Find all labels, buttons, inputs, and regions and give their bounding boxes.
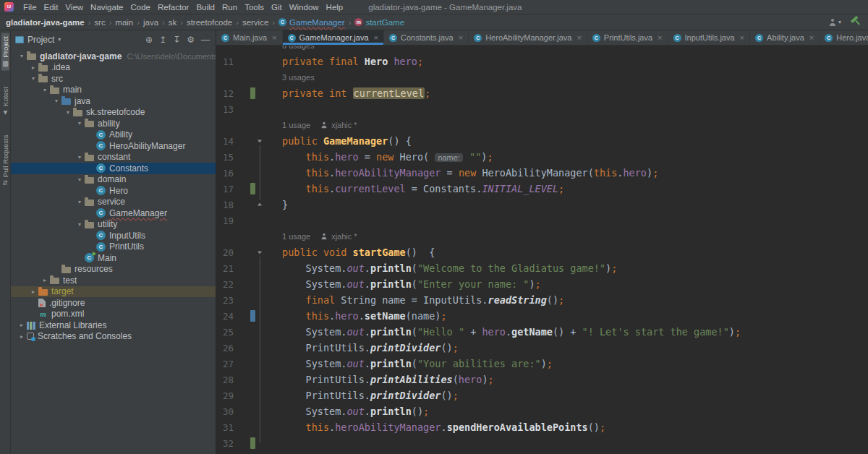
usages-inlay[interactable]: 6 usages	[216, 46, 868, 53]
chevron-down-icon[interactable]: ▾	[63, 109, 73, 116]
breadcrumb-item-gladiator-java-game[interactable]: gladiator-java-game	[6, 18, 85, 27]
breadcrumb-item-gamemanager[interactable]: CGameManager	[278, 18, 345, 27]
tab-inpututils-java[interactable]: CInputUtils.java×	[668, 30, 751, 45]
code-line[interactable]: this.heroAbilityManager.spendHeroAvailab…	[282, 421, 605, 433]
code-line[interactable]: PrintUtils.printAbilities(hero);	[282, 374, 494, 385]
tree-item-scratches-and-consoles[interactable]: ▸Scratches and Consoles	[11, 331, 216, 343]
build-button[interactable]	[851, 17, 861, 27]
tree-item-utility[interactable]: ▾utility	[11, 219, 216, 231]
code-line[interactable]: System.out.println("Hello " + hero.getNa…	[282, 326, 741, 338]
close-icon[interactable]: ×	[740, 33, 744, 42]
tree-item-heroabilitymanager[interactable]: CHeroAbilityManager	[11, 140, 216, 152]
menu-git[interactable]: Git	[268, 3, 286, 12]
code-line[interactable]: System.out.println("Enter your name: ");	[282, 278, 541, 290]
tree-item-service[interactable]: ▾service	[11, 197, 216, 208]
breadcrumb-item-main[interactable]: main	[115, 18, 133, 27]
expand-all-icon[interactable]: ↥	[159, 35, 166, 44]
code-line[interactable]: private int currentLevel;	[282, 87, 430, 99]
author-inlay[interactable]: xjahic *	[320, 232, 357, 241]
close-icon[interactable]: ×	[809, 33, 814, 42]
tab-hero-java[interactable]: CHero.java×	[820, 30, 868, 45]
code-line[interactable]: this.heroAbilityManager = new HeroAbilit…	[282, 167, 658, 179]
chevron-down-icon[interactable]: ▾	[75, 154, 85, 160]
tree-item-external-libraries[interactable]: ▸External Libraries	[11, 320, 216, 331]
tree-item-resources[interactable]: resources	[11, 264, 216, 275]
toolwindow-button-kotest[interactable]: ◄Kotest	[1, 84, 9, 119]
menu-build[interactable]: Build	[192, 3, 218, 12]
tree-item-sk-streetofcode[interactable]: ▾sk.streetofcode	[11, 107, 216, 119]
chevron-right-icon[interactable]: ▸	[17, 322, 27, 328]
code-line[interactable]: final String name = InputUtils.readStrin…	[282, 294, 564, 306]
gutter[interactable]: 22	[216, 276, 282, 292]
chevron-down-icon[interactable]: ▾	[75, 120, 85, 127]
toolwindow-button-pull-requests[interactable]: ⇵Pull Requests	[1, 132, 9, 189]
tree-item-constants[interactable]: CConstants	[11, 163, 216, 174]
tree-item-pom-xml[interactable]: mpom.xml	[11, 309, 216, 320]
gutter[interactable]: 26	[216, 340, 282, 356]
collapse-all-icon[interactable]: ↧	[173, 35, 180, 44]
breadcrumb-item-startgame[interactable]: mstartGame	[354, 18, 404, 27]
close-icon[interactable]: ×	[374, 33, 378, 42]
tree-item-constant[interactable]: ▾constant	[11, 152, 216, 163]
gutter[interactable]: 31	[216, 419, 282, 435]
gutter[interactable]: 16	[216, 165, 282, 181]
menu-refactor[interactable]: Refactor	[154, 3, 192, 12]
gutter[interactable]: 12	[216, 85, 282, 101]
tree-item-gladiator-java-game[interactable]: ▾gladiator-java-gameC:\Users\delo\Docume…	[11, 51, 216, 62]
tree-item-idea[interactable]: ▸.idea	[11, 62, 216, 74]
gutter[interactable]: 14	[216, 133, 282, 149]
tree-item-target[interactable]: ▸target	[11, 286, 216, 298]
breadcrumb-item-sk[interactable]: sk	[169, 18, 177, 27]
code-area[interactable]: 6 usages11private final Hero hero;3 usag…	[216, 46, 868, 454]
locate-icon[interactable]: ⊕	[145, 35, 153, 44]
tab-ability-java[interactable]: CAbility.java×	[750, 30, 820, 45]
menu-view[interactable]: View	[61, 3, 87, 12]
code-line[interactable]: }	[282, 199, 288, 210]
chevron-down-icon[interactable]: ▾	[40, 87, 50, 93]
code-line[interactable]: this.hero = new Hero( name: "");	[282, 151, 493, 163]
chevron-right-icon[interactable]: ▸	[28, 64, 38, 71]
author-inlay[interactable]: xjahic *	[320, 121, 357, 129]
gutter[interactable]: 29	[216, 387, 282, 403]
code-line[interactable]: PrintUtils.printDivider();	[282, 342, 459, 354]
tab-gamemanager-java[interactable]: CGameManager.java×	[283, 30, 384, 45]
tree-item-printutils[interactable]: CPrintUtils	[11, 241, 216, 253]
gutter[interactable]: 13	[216, 101, 282, 117]
close-icon[interactable]: ×	[658, 33, 662, 42]
breadcrumb-item-service[interactable]: service	[242, 18, 268, 27]
tree-item-gitignore[interactable]: .gitignore	[11, 297, 216, 309]
tree-item-test[interactable]: ▸test	[11, 275, 216, 286]
tree-item-ability[interactable]: CAbility	[11, 129, 216, 141]
gutter[interactable]: 11	[216, 53, 282, 69]
gutter[interactable]: 32	[216, 435, 282, 451]
tab-main-java[interactable]: CMain.java×	[216, 30, 283, 45]
code-line[interactable]: PrintUtils.printDivider();	[282, 390, 459, 401]
menu-navigate[interactable]: Navigate	[87, 3, 127, 12]
editor[interactable]: CMain.java×CGameManager.java×CConstants.…	[216, 30, 868, 454]
breadcrumb-item-src[interactable]: src	[94, 18, 105, 27]
tab-printutils-java[interactable]: CPrintUtils.java×	[587, 30, 668, 45]
tree-item-gamemanager[interactable]: CGameManager	[11, 207, 216, 219]
gutter[interactable]: 23	[216, 292, 282, 308]
settings-icon[interactable]: ⚙	[187, 35, 195, 44]
menu-code[interactable]: Code	[127, 3, 154, 12]
gutter[interactable]: 28	[216, 372, 282, 387]
code-line[interactable]: System.out.println("Welcome to the Gladi…	[282, 262, 617, 274]
gutter[interactable]: 30	[216, 403, 282, 419]
chevron-down-icon[interactable]: ▾	[28, 75, 38, 82]
breadcrumb-item-streetofcode[interactable]: streetofcode	[187, 18, 232, 27]
code-line[interactable]: System.out.println("Your abilities are:"…	[282, 358, 553, 369]
usages-inlay[interactable]: 1 usagexjahic *	[216, 228, 868, 244]
gutter[interactable]: 17	[216, 181, 282, 197]
breadcrumb-item-java[interactable]: java	[143, 18, 158, 27]
gutter[interactable]: 21	[216, 260, 282, 276]
chevron-right-icon[interactable]: ▸	[17, 333, 27, 340]
chevron-right-icon[interactable]: ▸	[28, 288, 38, 295]
menu-help[interactable]: Help	[323, 3, 347, 12]
gutter[interactable]: 27	[216, 356, 282, 372]
tree-item-ability[interactable]: ▾ability	[11, 118, 216, 129]
close-icon[interactable]: ×	[272, 33, 276, 42]
chevron-down-icon[interactable]: ▾	[75, 199, 85, 205]
tab-constants-java[interactable]: CConstants.java×	[384, 30, 469, 45]
menu-tools[interactable]: Tools	[241, 3, 268, 12]
